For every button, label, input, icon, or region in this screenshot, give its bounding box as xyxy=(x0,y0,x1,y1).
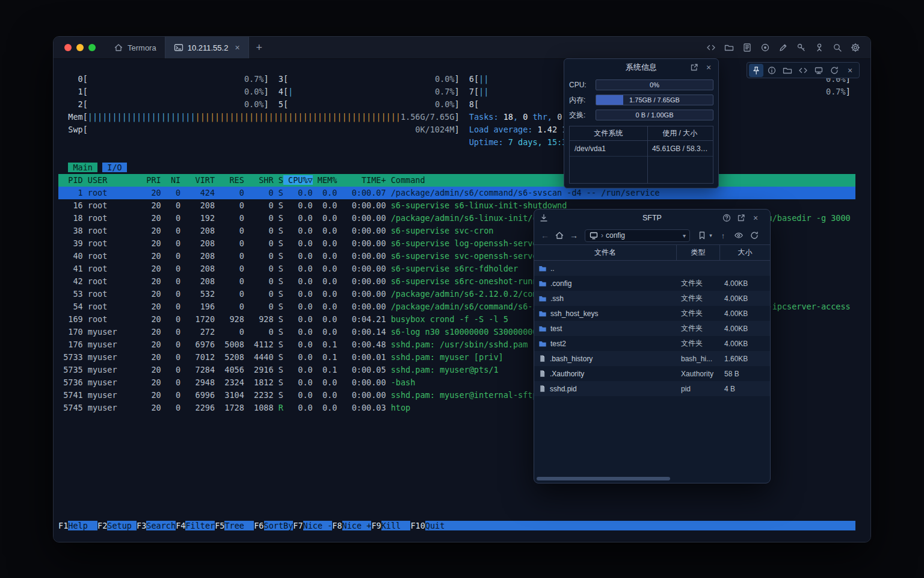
server-icon[interactable] xyxy=(812,64,826,77)
filesystem-table: 文件系统使用 / 大小 /dev/vda145.61GB / 58.3… xyxy=(569,126,713,184)
file-column-header[interactable]: 类型 xyxy=(677,245,720,260)
file-row[interactable]: ssh_host_keys文件夹4.00KB xyxy=(534,306,770,321)
tab-close-icon[interactable]: × xyxy=(235,43,239,52)
fkey-label[interactable]: Setup xyxy=(107,521,137,530)
file-row[interactable]: .bash_historybash_hi...1.60KB xyxy=(534,351,770,366)
fkey-label[interactable]: Help xyxy=(68,521,97,530)
process-row[interactable]: 1 root 20 0 424 0 0 S 0.0 0.0 0:00.07 /p… xyxy=(58,187,855,199)
htop-tab-main[interactable]: Main xyxy=(68,163,97,172)
folder-icon xyxy=(538,309,547,318)
close-icon[interactable]: × xyxy=(704,63,713,72)
file-name: .. xyxy=(534,261,677,276)
fkey-f1[interactable]: F1 xyxy=(58,521,68,530)
file-column-header[interactable]: 大小 xyxy=(720,245,770,260)
close-window-button[interactable] xyxy=(64,44,72,51)
file-row[interactable]: .ssh文件夹4.00KB xyxy=(534,291,770,306)
file-row[interactable]: sshd.pidpid4 B xyxy=(534,381,770,396)
fkey-label[interactable]: Quit xyxy=(425,521,455,530)
metric-value: 1.75GB / 7.65GB xyxy=(596,95,713,105)
zoom-window-button[interactable] xyxy=(88,44,96,51)
up-icon[interactable]: ↑ xyxy=(717,229,729,241)
htop-meter-line: 0[ 0.7%] 3[ 0.0%] 6[|| 0.0%] xyxy=(58,73,855,85)
edit-icon[interactable] xyxy=(778,42,789,53)
htop-tab-i/o[interactable]: I/O xyxy=(102,163,127,172)
bookmark-icon[interactable] xyxy=(696,229,708,241)
file-table-header: 文件名类型大小 xyxy=(534,244,770,261)
eye-icon[interactable] xyxy=(733,229,745,241)
file-row[interactable]: test文件夹4.00KB xyxy=(534,321,770,336)
scrollbar-thumb[interactable] xyxy=(537,477,670,480)
fkey-label[interactable]: Nice + xyxy=(342,521,372,530)
fkey-f5[interactable]: F5 xyxy=(215,521,224,530)
close-icon[interactable]: × xyxy=(751,213,760,223)
open-in-new-icon[interactable] xyxy=(689,63,699,72)
refresh-icon[interactable] xyxy=(748,229,760,241)
file-type: 文件夹 xyxy=(677,276,720,291)
fkey-f4[interactable]: F4 xyxy=(176,521,185,530)
minimize-window-button[interactable] xyxy=(76,44,84,51)
fkey-f7[interactable]: F7 xyxy=(293,521,303,530)
sync-icon[interactable] xyxy=(827,64,842,77)
search-icon[interactable] xyxy=(832,42,843,53)
file-row[interactable]: test2文件夹4.00KB xyxy=(534,336,770,351)
back-icon[interactable]: ← xyxy=(539,229,551,241)
htop-function-key-bar: F1Help F2Setup F3SearchF4FilterF5Tree F6… xyxy=(58,520,855,532)
filesystem-usage: 45.61GB / 58.3… xyxy=(647,141,713,156)
chevron-down-icon[interactable]: ▾ xyxy=(683,232,686,239)
home-icon[interactable] xyxy=(553,229,565,241)
folder-icon xyxy=(538,294,547,303)
settings-icon[interactable] xyxy=(850,42,861,53)
file-size: 4.00KB xyxy=(720,291,770,306)
record-icon[interactable] xyxy=(760,42,771,53)
open-in-new-icon[interactable] xyxy=(736,213,746,223)
fkey-label[interactable]: Filter xyxy=(185,521,215,530)
fkey-f3[interactable]: F3 xyxy=(137,521,146,530)
help-icon[interactable] xyxy=(722,213,732,223)
pin-icon[interactable] xyxy=(749,64,763,77)
fkey-f6[interactable]: F6 xyxy=(254,521,263,530)
file-column-header[interactable]: 文件名 xyxy=(534,245,677,260)
new-tab-button[interactable]: + xyxy=(249,37,270,58)
htop-header-row[interactable]: PID USER PRI NI VIRT RES SHR S CPU%▽ MEM… xyxy=(58,174,855,187)
code-icon[interactable] xyxy=(796,64,810,77)
folder-icon[interactable] xyxy=(724,42,735,53)
fkey-label[interactable]: Kill xyxy=(381,521,411,530)
fkey-f10[interactable]: F10 xyxy=(410,521,425,530)
fkey-label[interactable]: SortBy xyxy=(264,521,294,530)
fkey-f8[interactable]: F8 xyxy=(332,521,342,530)
title-bar: Termora 10.211.55.2 × + xyxy=(54,37,870,59)
fkey-label[interactable]: Nice - xyxy=(303,521,333,530)
system-info-panel: 系统信息 × CPU:0%内存:1.75GB / 7.65GB交换:0 B / … xyxy=(564,58,719,188)
fkey-label[interactable]: Tree xyxy=(224,521,254,530)
htop-meter-line: Swp[ 0K/1024M] Load average: 1.42 1 xyxy=(58,123,855,136)
code-icon[interactable] xyxy=(706,42,716,53)
file-row[interactable]: .config文件夹4.00KB xyxy=(534,276,770,291)
tab-label: 10.211.55.2 xyxy=(188,43,229,52)
fkey-f9[interactable]: F9 xyxy=(371,521,381,530)
info-icon[interactable] xyxy=(765,64,779,77)
file-type: 文件夹 xyxy=(677,291,720,306)
file-type: 文件夹 xyxy=(677,306,720,321)
keychain-icon[interactable] xyxy=(814,42,825,53)
chevron-down-icon[interactable]: ▾ xyxy=(708,229,713,241)
home-icon xyxy=(114,43,123,52)
file-size: 1.60KB xyxy=(720,351,770,366)
computer-icon xyxy=(589,231,599,240)
forward-icon[interactable]: → xyxy=(568,229,580,241)
fkey-label[interactable]: Search xyxy=(146,521,176,530)
htop-view-tabs: Main I/O xyxy=(58,161,855,174)
close-icon[interactable]: × xyxy=(843,64,857,77)
tab-termora[interactable]: Termora xyxy=(105,37,165,58)
tab-ssh-session[interactable]: 10.211.55.2 × xyxy=(165,37,249,58)
fkey-f2[interactable]: F2 xyxy=(97,521,107,530)
log-icon[interactable] xyxy=(742,42,753,53)
file-row[interactable]: .XauthorityXauthority58 B xyxy=(534,366,770,381)
file-icon xyxy=(538,385,546,393)
horizontal-scrollbar[interactable] xyxy=(535,476,769,481)
traffic-lights xyxy=(54,37,105,58)
file-size xyxy=(720,261,770,276)
path-breadcrumb[interactable]: › config ▾ xyxy=(585,229,690,242)
file-row[interactable]: .. xyxy=(534,261,770,276)
folder-icon[interactable] xyxy=(780,64,795,77)
key-icon[interactable] xyxy=(796,42,807,53)
